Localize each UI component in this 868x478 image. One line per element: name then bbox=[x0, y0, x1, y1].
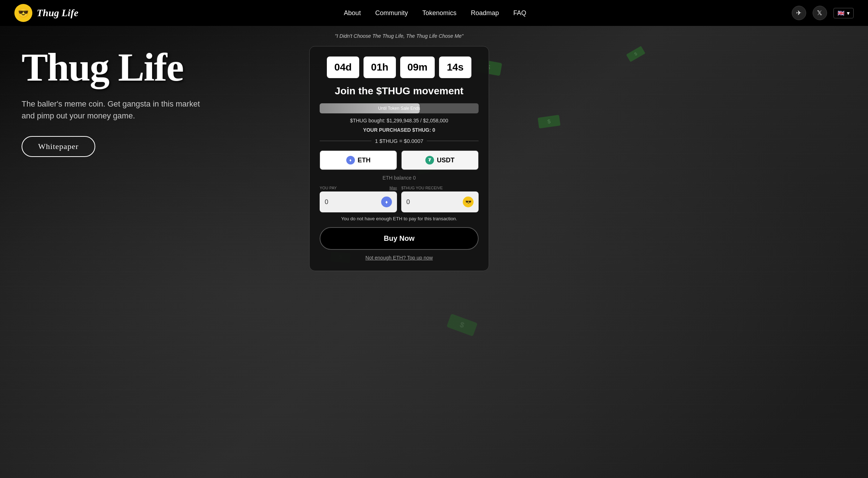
timer-hours: 01h bbox=[364, 57, 396, 78]
nav-right: ✈ 𝕏 🇬🇧 ▾ bbox=[792, 6, 854, 20]
logo[interactable]: 😎 Thug Life bbox=[14, 4, 78, 22]
timer-minutes: 09m bbox=[400, 57, 435, 78]
nav-link-faq[interactable]: FAQ bbox=[513, 9, 526, 17]
navbar: 😎 Thug Life About Community Tokenomics R… bbox=[0, 0, 868, 26]
progress-label: Until Token Sale Ends bbox=[378, 106, 420, 111]
hero-left: Thug Life The baller's meme coin. Get ga… bbox=[0, 26, 309, 179]
rate-line-left bbox=[320, 141, 371, 141]
rate-row: 1 $THUG = $0.0007 bbox=[320, 138, 479, 144]
logo-icon: 😎 bbox=[14, 4, 32, 22]
usdt-icon: ₮ bbox=[425, 156, 434, 164]
pay-group: YOU PAY Max ♦ bbox=[320, 186, 397, 212]
hero-subtitle: The baller's meme coin. Get gangsta in t… bbox=[22, 98, 209, 122]
hero-section: Thug Life The baller's meme coin. Get ga… bbox=[0, 26, 868, 478]
twitter-button[interactable]: 𝕏 bbox=[813, 6, 827, 20]
nav-links: About Community Tokenomics Roadmap FAQ bbox=[344, 9, 526, 17]
language-selector[interactable]: 🇬🇧 ▾ bbox=[833, 8, 854, 18]
rate-text: 1 $THUG = $0.0007 bbox=[375, 138, 424, 144]
usdt-label: USDT bbox=[437, 157, 454, 164]
purchased-text: YOUR PURCHASED $THUG: 0 bbox=[320, 127, 479, 133]
buy-now-button[interactable]: Buy Now bbox=[320, 227, 479, 250]
balance-text: ETH balance 0 bbox=[320, 175, 479, 181]
receive-input[interactable] bbox=[406, 198, 463, 206]
error-text: You do not have enough ETH to pay for th… bbox=[320, 216, 479, 221]
nav-link-about[interactable]: About bbox=[344, 9, 361, 17]
flag-icon: 🇬🇧 bbox=[837, 10, 845, 17]
logo-text: Thug Life bbox=[37, 7, 78, 19]
thug-input-icon: 😎 bbox=[463, 197, 474, 207]
eth-icon: ♦ bbox=[346, 156, 355, 164]
telegram-button[interactable]: ✈ bbox=[792, 6, 806, 20]
currency-row: ♦ ETH ₮ USDT bbox=[320, 150, 479, 170]
quote-text: "I Didn't Choose The Thug Life, The Thug… bbox=[309, 33, 489, 39]
whitepaper-button[interactable]: Whitepaper bbox=[22, 136, 95, 157]
pay-label: YOU PAY Max bbox=[320, 186, 397, 190]
presale-card: 04d 01h 09m 14s Join the $THUG movement … bbox=[309, 46, 489, 271]
page-title: Thug Life bbox=[22, 48, 288, 87]
telegram-icon: ✈ bbox=[796, 9, 801, 17]
nav-link-roadmap[interactable]: Roadmap bbox=[471, 9, 499, 17]
hero-right: "I Didn't Choose The Thug Life, The Thug… bbox=[309, 26, 496, 278]
progress-bar: Until Token Sale Ends bbox=[320, 103, 479, 113]
card-title: Join the $THUG movement bbox=[320, 85, 479, 97]
eth-input-icon: ♦ bbox=[381, 197, 392, 207]
max-link[interactable]: Max bbox=[389, 186, 397, 190]
bought-text: $THUG bought: $1,299,948.35 / $2,058,000 bbox=[320, 118, 479, 123]
usdt-button[interactable]: ₮ USDT bbox=[401, 150, 479, 170]
receive-input-wrapper: 😎 bbox=[401, 191, 479, 212]
chevron-down-icon: ▾ bbox=[847, 10, 850, 17]
input-row: YOU PAY Max ♦ $THUG YOU RECEIVE 😎 bbox=[320, 186, 479, 212]
pay-input[interactable] bbox=[325, 198, 381, 206]
pay-input-wrapper: ♦ bbox=[320, 191, 397, 212]
topup-link[interactable]: Not enough ETH? Top up now bbox=[320, 255, 479, 261]
timer-row: 04d 01h 09m 14s bbox=[320, 57, 479, 78]
rate-line-right bbox=[427, 141, 479, 141]
eth-label: ETH bbox=[358, 157, 371, 164]
timer-days: 04d bbox=[327, 57, 359, 78]
nav-link-community[interactable]: Community bbox=[375, 9, 408, 17]
twitter-icon: 𝕏 bbox=[817, 9, 822, 17]
timer-seconds: 14s bbox=[439, 57, 471, 78]
receive-label: $THUG YOU RECEIVE bbox=[401, 186, 479, 190]
nav-link-tokenomics[interactable]: Tokenomics bbox=[422, 9, 456, 17]
eth-button[interactable]: ♦ ETH bbox=[320, 150, 397, 170]
receive-group: $THUG YOU RECEIVE 😎 bbox=[401, 186, 479, 212]
